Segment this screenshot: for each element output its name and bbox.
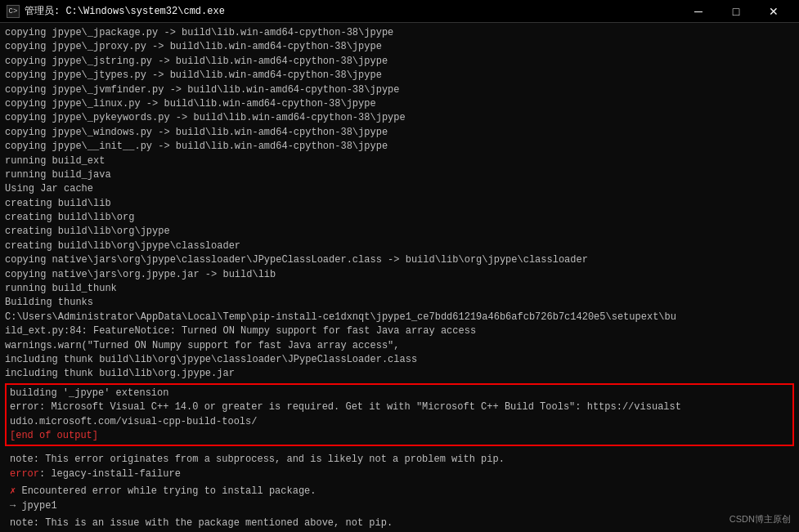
x-text: Encountered error while trying to instal…	[16, 485, 316, 497]
close-button[interactable]: ✕	[755, 0, 792, 23]
error-line-2: error: Microsoft Visual C++ 14.0 or grea…	[10, 400, 789, 414]
arrow-text: jpype1	[16, 500, 56, 512]
output-line: copying native\jars\org.jpype.jar -> bui…	[5, 268, 794, 282]
output-line: warnings.warn("Turned ON Numpy support f…	[5, 339, 794, 353]
output-lines: copying jpype\_jpackage.py -> build\lib.…	[5, 26, 794, 382]
output-line: Building thunks	[5, 296, 794, 310]
note-line: note: This is an issue with the package …	[10, 516, 789, 530]
output-line: copying jpype\_jproxy.py -> build\lib.wi…	[5, 40, 794, 54]
window-controls: ─ □ ✕	[680, 0, 792, 23]
note-text: : This is an issue with the package ment…	[34, 517, 393, 529]
error-line-1: building '_jpype' extension	[10, 387, 789, 400]
minimize-button[interactable]: ─	[680, 0, 717, 23]
output-line: creating build\lib\org\jpype\classloader	[5, 239, 794, 253]
output-line: ild_ext.py:84: FeatureNotice: Turned ON …	[5, 324, 794, 338]
note-text: : This error originates from a subproces…	[34, 454, 505, 465]
output-line: Using Jar cache	[5, 182, 794, 196]
output-line: including thunk build\lib\org.jpype.jar	[5, 367, 794, 381]
error-line: error: legacy-install-failure	[10, 467, 789, 481]
window-title: 管理员: C:\Windows\system32\cmd.exe	[25, 4, 225, 18]
output-line: creating build\lib	[5, 197, 794, 211]
error-box: building '_jpype' extension error: Micro…	[5, 383, 794, 447]
output-line: copying jpype\_windows.py -> build\lib.w…	[5, 126, 794, 140]
error-prefix: error	[10, 468, 39, 480]
output-line: copying jpype\_jstring.py -> build\lib.w…	[5, 55, 794, 69]
output-line: including thunk build\lib\org\jpype\clas…	[5, 353, 794, 367]
arrow-line: → jpype1	[10, 499, 789, 513]
note-prefix: note	[10, 517, 34, 529]
end-of-output: [end of output]	[10, 429, 789, 443]
output-line: running build_ext	[5, 154, 794, 168]
bottom-lines: note: This error originates from a subpr…	[5, 448, 794, 532]
output-line: copying native\jars\org\jpype\classloade…	[5, 253, 794, 267]
output-line: copying jpype\_jpackage.py -> build\lib.…	[5, 26, 794, 40]
note-prefix: note	[10, 454, 34, 465]
error-line-3: udio.microsoft.com/visual-cpp-build-tool…	[10, 415, 789, 429]
watermark: CSDN博主原创	[729, 513, 791, 525]
output-line: copying jpype\_jtypes.py -> build\lib.wi…	[5, 69, 794, 83]
output-line: running build_java	[5, 168, 794, 182]
output-line: running build_thunk	[5, 282, 794, 296]
maximize-button[interactable]: □	[717, 0, 755, 23]
cmd-icon-text: C>	[9, 7, 18, 16]
output-line: copying jpype\_pykeywords.py -> build\li…	[5, 111, 794, 125]
output-line: copying jpype\_linux.py -> build\lib.win…	[5, 97, 794, 111]
title-bar: C> 管理员: C:\Windows\system32\cmd.exe ─ □ …	[0, 0, 799, 23]
x-line: ✗ Encountered error while trying to inst…	[10, 485, 789, 498]
title-bar-left: C> 管理员: C:\Windows\system32\cmd.exe	[7, 4, 225, 18]
terminal-output: copying jpype\_jpackage.py -> build\lib.…	[0, 23, 799, 532]
output-line: creating build\lib\org\jpype	[5, 225, 794, 239]
output-line: copying jpype\__init__.py -> build\lib.w…	[5, 140, 794, 154]
output-line: creating build\lib\org	[5, 211, 794, 225]
output-line: copying jpype\_jvmfinder.py -> build\lib…	[5, 83, 794, 97]
output-line: C:\Users\Administrator\AppData\Local\Tem…	[5, 311, 794, 324]
error-text: : legacy-install-failure	[39, 468, 181, 480]
cmd-icon: C>	[7, 5, 20, 18]
note-line: note: This error originates from a subpr…	[10, 453, 789, 467]
